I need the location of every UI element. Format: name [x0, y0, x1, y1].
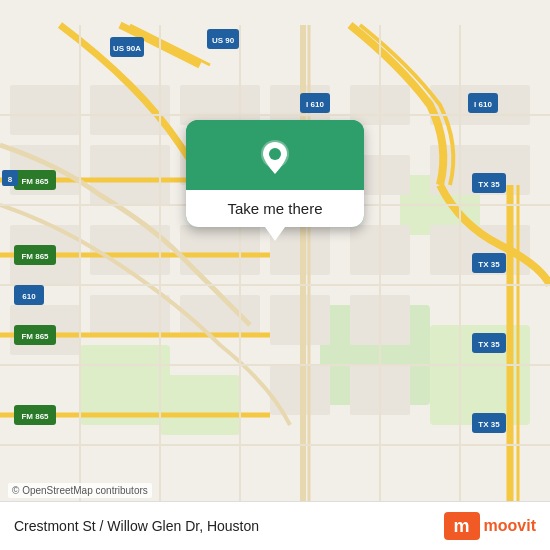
svg-text:TX 35: TX 35: [478, 180, 500, 189]
moovit-logo-text: moovit: [484, 517, 536, 535]
svg-text:FM 865: FM 865: [21, 332, 49, 341]
svg-text:I 610: I 610: [474, 100, 492, 109]
svg-rect-3: [160, 375, 240, 435]
bottom-bar: Crestmont St / Willow Glen Dr, Houston m…: [0, 501, 550, 550]
take-me-there-button[interactable]: Take me there: [186, 190, 364, 227]
svg-rect-11: [180, 85, 260, 125]
svg-point-80: [269, 148, 281, 160]
svg-text:I 610: I 610: [306, 100, 324, 109]
map-container: US 90A US 90 I 610 I 610 TX 35 TX 35 TX …: [0, 0, 550, 550]
svg-text:FM 865: FM 865: [21, 252, 49, 261]
svg-text:610: 610: [22, 292, 36, 301]
svg-rect-6: [10, 85, 80, 135]
svg-text:US 90A: US 90A: [113, 44, 141, 53]
svg-rect-17: [180, 295, 260, 335]
popup-tail: [265, 227, 285, 241]
location-pin-icon: [253, 136, 297, 180]
location-label: Crestmont St / Willow Glen Dr, Houston: [14, 518, 259, 534]
moovit-logo-letter: m: [444, 512, 480, 540]
svg-rect-16: [90, 295, 170, 335]
svg-text:FM 865: FM 865: [21, 412, 49, 421]
svg-text:TX 35: TX 35: [478, 340, 500, 349]
map-attribution: © OpenStreetMap contributors: [8, 483, 152, 498]
map-roads: US 90A US 90 I 610 I 610 TX 35 TX 35 TX …: [0, 0, 550, 550]
svg-text:TX 35: TX 35: [478, 260, 500, 269]
popup-icon-area: [186, 120, 364, 190]
moovit-logo: m moovit: [444, 512, 536, 540]
svg-text:8: 8: [8, 175, 13, 184]
svg-text:FM 865: FM 865: [21, 177, 49, 186]
svg-rect-10: [90, 85, 170, 135]
popup-card: Take me there: [186, 120, 364, 227]
svg-text:US 90: US 90: [212, 36, 235, 45]
svg-text:TX 35: TX 35: [478, 420, 500, 429]
